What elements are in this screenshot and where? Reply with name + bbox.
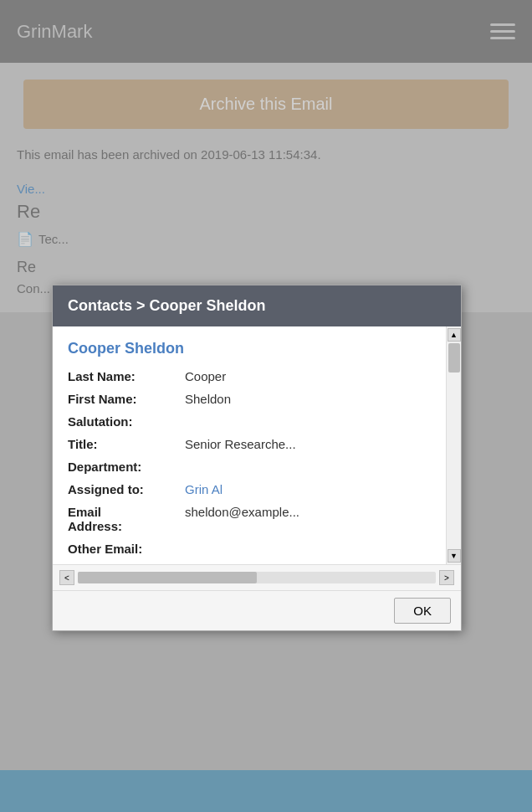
contact-modal: Contacts > Cooper Sheldon Cooper Sheldon…: [52, 285, 462, 631]
vertical-scrollbar[interactable]: ▲ ▼: [446, 326, 461, 564]
modal-footer: OK: [53, 590, 461, 630]
field-label-firstname: First Name:: [68, 392, 185, 406]
field-label-title: Title:: [68, 437, 185, 451]
field-value-lastname: Cooper: [185, 369, 226, 383]
h-scroll-track: [78, 572, 436, 583]
field-row-salutation: Salutation:: [68, 414, 436, 429]
modal-breadcrumb: Contacts > Cooper Sheldon: [68, 297, 266, 314]
scroll-thumb: [448, 343, 460, 373]
field-value-firstname: Sheldon: [185, 392, 231, 406]
field-row-department: Department:: [68, 460, 436, 474]
field-label-email: EmailAddress:: [68, 505, 185, 533]
scroll-down-button[interactable]: ▼: [448, 549, 461, 563]
ok-button[interactable]: OK: [394, 598, 451, 624]
modal-body: Cooper Sheldon Last Name: Cooper First N…: [53, 326, 461, 630]
field-row-lastname: Last Name: Cooper: [68, 369, 436, 383]
field-label-salutation: Salutation:: [68, 414, 185, 429]
scroll-right-button[interactable]: >: [439, 570, 454, 585]
horizontal-scrollbar: < >: [53, 564, 461, 590]
field-value-title: Senior Researche...: [185, 437, 296, 451]
field-value-assigned[interactable]: Grin Al: [185, 482, 223, 496]
scroll-up-button[interactable]: ▲: [448, 328, 461, 342]
contact-panel: Cooper Sheldon Last Name: Cooper First N…: [53, 326, 461, 564]
field-label-assigned: Assigned to:: [68, 482, 185, 496]
field-row-firstname: First Name: Sheldon: [68, 392, 436, 406]
scroll-left-button[interactable]: <: [59, 570, 74, 585]
h-scroll-thumb: [78, 572, 257, 583]
field-row-title: Title: Senior Researche...: [68, 437, 436, 451]
field-label-other-email: Other Email:: [68, 542, 185, 556]
field-label-lastname: Last Name:: [68, 369, 185, 383]
field-row-email: EmailAddress: sheldon@example...: [68, 505, 436, 533]
field-row-assigned: Assigned to: Grin Al: [68, 482, 436, 496]
field-value-email: sheldon@example...: [185, 505, 299, 519]
contact-name: Cooper Sheldon: [68, 340, 436, 357]
modal-header: Contacts > Cooper Sheldon: [53, 285, 461, 326]
contact-content: Cooper Sheldon Last Name: Cooper First N…: [53, 326, 446, 564]
field-label-department: Department:: [68, 460, 185, 474]
field-row-other-email: Other Email:: [68, 542, 436, 556]
